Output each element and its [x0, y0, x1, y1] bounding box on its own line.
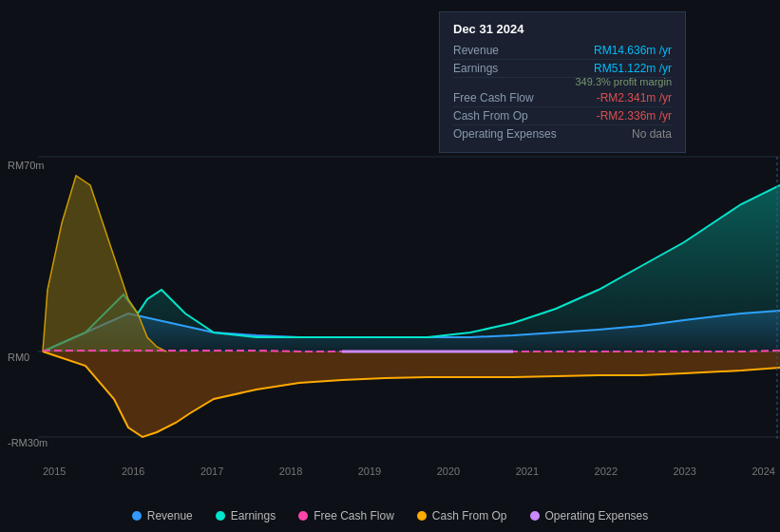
tooltip-value-fcf: -RM2.341m /yr [597, 91, 672, 104]
legend-dot-revenue [132, 511, 142, 521]
legend-opex[interactable]: Operating Expenses [530, 509, 649, 522]
x-label-2019: 2019 [358, 466, 381, 477]
tooltip-value-cashfromop: -RM2.336m /yr [597, 109, 672, 123]
legend-label-fcf: Free Cash Flow [314, 509, 394, 522]
chart-legend: Revenue Earnings Free Cash Flow Cash Fro… [0, 509, 780, 522]
legend-label-earnings: Earnings [231, 509, 276, 522]
x-label-2015: 2015 [43, 466, 66, 477]
x-label-2024: 2024 [751, 466, 774, 477]
tooltip-label-earnings: Earnings [453, 62, 498, 75]
tooltip-label-fcf: Free Cash Flow [453, 91, 534, 104]
tooltip-row-revenue: Revenue RM14.636m /yr [453, 42, 672, 60]
tooltip-label-opex: Operating Expenses [453, 127, 557, 141]
x-label-2018: 2018 [279, 466, 302, 477]
x-label-2021: 2021 [516, 466, 539, 477]
tooltip-row-cashfromop: Cash From Op -RM2.336m /yr [453, 107, 672, 125]
legend-dot-cashfromop [417, 511, 427, 521]
tooltip-date: Dec 31 2024 [453, 22, 672, 36]
legend-cashfromop[interactable]: Cash From Op [417, 509, 507, 522]
x-label-2023: 2023 [674, 466, 696, 477]
legend-earnings[interactable]: Earnings [216, 509, 276, 522]
tooltip-row-fcf: Free Cash Flow -RM2.341m /yr [453, 89, 672, 107]
tooltip-value-earnings: RM51.122m /yr [594, 62, 672, 75]
x-label-2016: 2016 [122, 466, 144, 477]
tooltip-label-revenue: Revenue [453, 44, 499, 57]
legend-label-opex: Operating Expenses [545, 509, 649, 522]
x-axis: 2015 2016 2017 2018 2019 2020 2021 2022 … [43, 466, 775, 477]
legend-label-cashfromop: Cash From Op [432, 509, 507, 522]
tooltip-value-revenue: RM14.636m /yr [594, 44, 672, 57]
chart-svg [0, 147, 780, 470]
legend-label-revenue: Revenue [147, 509, 193, 522]
legend-dot-earnings [216, 511, 225, 521]
x-label-2020: 2020 [437, 466, 460, 477]
legend-fcf[interactable]: Free Cash Flow [298, 509, 394, 522]
tooltip-value-opex: No data [632, 127, 672, 141]
legend-dot-fcf [298, 511, 308, 521]
tooltip-label-cashfromop: Cash From Op [453, 109, 528, 123]
legend-revenue[interactable]: Revenue [132, 509, 193, 522]
tooltip-sub-earnings: 349.3% profit margin [453, 76, 672, 87]
tooltip-row-opex: Operating Expenses No data [453, 125, 672, 142]
legend-dot-opex [530, 511, 540, 521]
tooltip-card: Dec 31 2024 Revenue RM14.636m /yr Earnin… [439, 11, 686, 153]
x-label-2022: 2022 [595, 466, 618, 477]
x-label-2017: 2017 [200, 466, 223, 477]
